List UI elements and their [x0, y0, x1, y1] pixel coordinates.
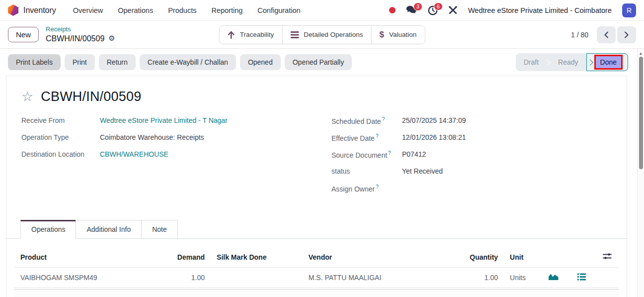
new-button[interactable]: New	[8, 27, 39, 42]
notebook-tabs: Operations Additional Info Note	[6, 220, 627, 239]
navbar-right: 3 6 Wedtree eStore Priv	[389, 3, 636, 17]
area-chart-icon	[549, 273, 559, 281]
vertical-scrollbar[interactable]: ▲	[637, 49, 644, 297]
scheduled-date-value[interactable]: 25/07/2025 14:37:09	[402, 116, 466, 124]
column-options-icon[interactable]	[603, 252, 612, 260]
source-document-value[interactable]: P07412	[402, 150, 426, 158]
action-row: Print Labels Print Return Create e-Waybi…	[0, 49, 644, 76]
traceability-button[interactable]: Traceability	[220, 26, 282, 44]
breadcrumb-receipts-link[interactable]: Receipts	[46, 25, 115, 33]
debug-tools-button[interactable]	[448, 5, 458, 15]
user-avatar[interactable]: R	[622, 3, 636, 17]
dollar-icon: $	[380, 30, 384, 40]
operations-table: Product Demand Silk Mark Done Vendor Qua…	[14, 247, 619, 288]
arrow-up-icon	[228, 31, 235, 39]
bars-icon	[290, 31, 299, 38]
inventory-app-icon[interactable]	[8, 4, 18, 16]
cell-spacer	[596, 268, 619, 288]
favorite-star-icon[interactable]: ☆	[21, 90, 33, 103]
col-quantity[interactable]: Quantity	[456, 247, 504, 268]
cell-vendor[interactable]: M.S. PATTU MAALIGAI	[303, 268, 456, 288]
fields-right-column: Scheduled Date? 25/07/2025 14:37:09 Effe…	[331, 116, 612, 201]
main-menu: Overview Operations Products Reporting C…	[73, 6, 301, 14]
cell-product[interactable]: VAIBHOGAM SMSPM49	[14, 268, 167, 288]
cell-demand[interactable]: 1.00	[167, 268, 211, 288]
tab-note[interactable]: Note	[141, 220, 178, 239]
field-grid: Receive From Wedtree eStore Private Limi…	[21, 116, 612, 201]
smart-button-group: Traceability Detailed Operations $ Valua…	[219, 25, 425, 44]
stage-done-container: Done	[586, 53, 628, 71]
navbar-left: Inventory Overview Operations Products R…	[8, 4, 301, 16]
menu-products[interactable]: Products	[168, 6, 196, 14]
breadcrumb: Receipts CBWH/IN/00509 ⚙	[46, 25, 115, 43]
opened-button[interactable]: Opened	[240, 54, 281, 70]
help-icon[interactable]: ?	[376, 133, 379, 139]
pager-next-button[interactable]	[617, 26, 636, 43]
menu-overview[interactable]: Overview	[73, 6, 103, 14]
col-vendor[interactable]: Vendor	[303, 247, 456, 268]
control-row: New Receipts CBWH/IN/00509 ⚙ Traceabilit…	[0, 21, 644, 49]
stage-ready[interactable]: Ready	[550, 53, 586, 71]
col-silk-mark-done[interactable]: Silk Mark Done	[211, 247, 303, 268]
chevron-right-icon	[624, 31, 629, 38]
status-value[interactable]: Yet Received	[402, 167, 443, 175]
app-name[interactable]: Inventory	[23, 6, 56, 15]
pager-previous-button[interactable]	[597, 26, 616, 43]
field-label: Destination Location	[21, 150, 100, 158]
print-button[interactable]: Print	[65, 54, 95, 70]
field-label: Scheduled Date?	[331, 116, 402, 125]
help-icon[interactable]: ?	[382, 116, 385, 122]
field-label: Receive From	[21, 116, 100, 124]
field-source-document: Source Document? P07412	[331, 150, 612, 167]
messages-badge: 3	[413, 2, 422, 11]
menu-operations[interactable]: Operations	[118, 6, 153, 14]
page-title: CBWH/IN/00509	[41, 89, 141, 104]
cell-quantity[interactable]: 1.00	[456, 268, 504, 288]
cell-unit[interactable]: Units	[504, 268, 540, 288]
scrollbar-thumb[interactable]	[639, 57, 643, 169]
cell-detailed-operations[interactable]	[567, 268, 595, 288]
col-demand[interactable]: Demand	[167, 247, 211, 268]
menu-reporting[interactable]: Reporting	[211, 6, 242, 14]
tab-operations[interactable]: Operations	[20, 220, 76, 239]
cell-silk-mark-done[interactable]	[211, 268, 303, 288]
inventory-receipt-page: Inventory Overview Operations Products R…	[0, 0, 644, 297]
col-product[interactable]: Product	[14, 247, 167, 268]
stage-draft[interactable]: Draft	[516, 53, 547, 71]
col-unit[interactable]: Unit	[504, 247, 540, 268]
menu-configuration[interactable]: Configuration	[257, 6, 300, 14]
empty-lines-area	[14, 289, 619, 297]
operation-type-value[interactable]: Coimbatore Warehouse: Receipts	[100, 133, 204, 141]
print-labels-button[interactable]: Print Labels	[8, 54, 61, 70]
cell-forecast[interactable]	[540, 268, 567, 288]
detailed-operations-button[interactable]: Detailed Operations	[282, 26, 371, 44]
opened-partially-button[interactable]: Opened Partially	[285, 54, 352, 70]
field-receive-from: Receive From Wedtree eStore Private Limi…	[21, 116, 302, 133]
help-icon[interactable]: ?	[388, 150, 391, 156]
field-label: Source Document?	[331, 150, 402, 159]
create-ewaybill-challan-button[interactable]: Create e-Waybill / Challan	[140, 54, 236, 70]
help-icon[interactable]: ?	[376, 184, 379, 190]
detailed-operations-label: Detailed Operations	[304, 31, 363, 38]
field-label: Effective Date?	[331, 133, 402, 142]
field-status: status Yet Received	[331, 167, 612, 184]
field-assign-owner: Assign Owner?	[331, 184, 612, 201]
valuation-button[interactable]: $ Valuation	[371, 26, 425, 44]
effective-date-value[interactable]: 12/01/2026 13:08:21	[402, 133, 466, 141]
scrollbar-up-arrow-icon[interactable]: ▲	[638, 49, 644, 56]
field-scheduled-date: Scheduled Date? 25/07/2025 14:37:09	[331, 116, 612, 133]
company-name[interactable]: Wedtree eStore Private Limited - Coimbat…	[468, 6, 612, 14]
messages-button[interactable]: 3	[406, 5, 417, 15]
tab-additional-info[interactable]: Additional Info	[76, 220, 142, 239]
activities-button[interactable]: 6	[428, 5, 438, 15]
form-sheet: ☆ CBWH/IN/00509 Receive From Wedtree eSt…	[6, 76, 627, 297]
pager-counter: 1 / 80	[571, 31, 588, 39]
stage-done[interactable]: Done	[594, 55, 623, 70]
gear-icon[interactable]: ⚙	[108, 34, 115, 43]
receive-from-value[interactable]: Wedtree eStore Private Limited - T Nagar	[100, 116, 228, 124]
breadcrumb-current-label: CBWH/IN/00509	[46, 34, 104, 44]
return-button[interactable]: Return	[99, 54, 136, 70]
destination-location-value[interactable]: CBWH/WAREHOUSE	[100, 150, 168, 158]
activities-badge: 6	[434, 2, 443, 11]
table-row[interactable]: VAIBHOGAM SMSPM49 1.00 M.S. PATTU MAALIG…	[14, 268, 619, 288]
